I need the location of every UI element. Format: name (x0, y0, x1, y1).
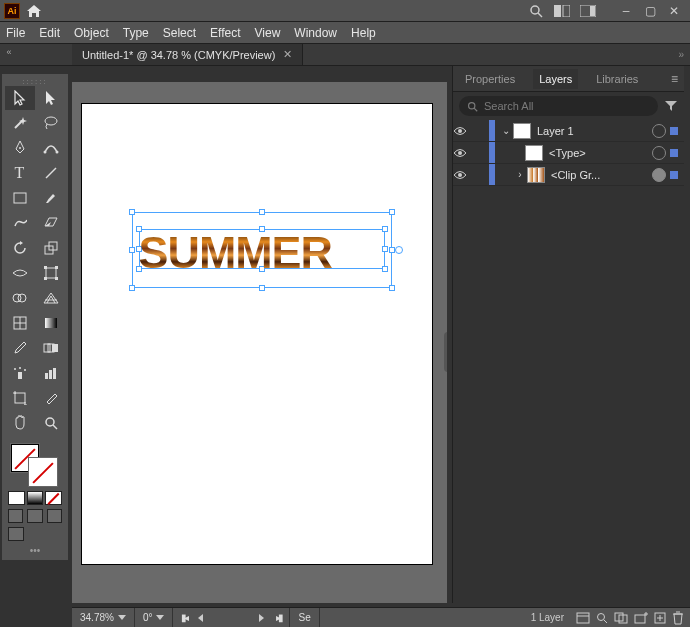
width-tool[interactable] (5, 261, 35, 285)
visibility-toggle[interactable] (453, 170, 475, 180)
close-document-icon[interactable]: ✕ (283, 48, 292, 61)
target-icon[interactable] (652, 168, 666, 182)
selection-bounding-box[interactable]: SUMMER (132, 212, 392, 288)
document-tab[interactable]: Untitled-1* @ 34.78 % (CMYK/Preview) ✕ (72, 44, 303, 65)
selection-tool[interactable] (5, 86, 35, 110)
artboard[interactable]: SUMMER (82, 104, 432, 564)
eraser-tool[interactable] (36, 211, 66, 235)
make-clipping-mask-icon[interactable] (614, 612, 628, 624)
toolbar-collapse-icon[interactable]: « (2, 47, 16, 57)
none-mode-button[interactable] (45, 491, 62, 505)
visibility-toggle[interactable] (453, 148, 475, 158)
layer-name[interactable]: Layer 1 (537, 125, 648, 137)
magic-wand-tool[interactable] (5, 111, 35, 135)
last-artboard-icon[interactable]: ▸▮ (276, 612, 281, 623)
direct-selection-tool[interactable] (36, 86, 66, 110)
zoom-level-control[interactable]: 34.78% (72, 608, 135, 627)
pen-tool[interactable] (5, 136, 35, 160)
target-icon[interactable] (652, 124, 666, 138)
eyedropper-tool[interactable] (5, 336, 35, 360)
tab-libraries[interactable]: Libraries (590, 69, 644, 89)
selection-indicator[interactable] (670, 171, 678, 179)
panel-menu-icon[interactable]: ≡ (671, 72, 678, 86)
disclosure-triangle[interactable]: › (513, 169, 527, 180)
layer-row[interactable]: ⌄ Layer 1 (453, 120, 684, 142)
resize-handle-bm[interactable] (259, 285, 265, 291)
curvature-tool[interactable] (36, 136, 66, 160)
next-artboard-icon[interactable] (259, 614, 268, 622)
rotate-view-control[interactable]: 0° (135, 608, 174, 627)
screen-mode-button[interactable] (8, 527, 24, 541)
artwork-text[interactable]: SUMMER (139, 231, 386, 275)
menu-window[interactable]: Window (294, 26, 337, 40)
minimize-button[interactable]: – (614, 2, 638, 20)
selection-indicator[interactable] (670, 127, 678, 135)
menu-type[interactable]: Type (123, 26, 149, 40)
slice-tool[interactable] (36, 386, 66, 410)
panel-collapse-arrows[interactable]: » (450, 44, 690, 65)
mesh-tool[interactable] (5, 311, 35, 335)
line-segment-tool[interactable] (36, 161, 66, 185)
tab-layers[interactable]: Layers (533, 69, 578, 89)
resize-handle-tl[interactable] (129, 209, 135, 215)
artboard-tool[interactable] (5, 386, 35, 410)
symbol-sprayer-tool[interactable] (5, 361, 35, 385)
hand-tool[interactable] (5, 411, 35, 435)
free-transform-tool[interactable] (36, 261, 66, 285)
fill-stroke-controls[interactable] (4, 441, 66, 489)
draw-inside-button[interactable] (47, 509, 62, 523)
gradient-mode-button[interactable] (27, 491, 44, 505)
color-mode-button[interactable] (8, 491, 25, 505)
menu-help[interactable]: Help (351, 26, 376, 40)
column-graph-tool[interactable] (36, 361, 66, 385)
menu-view[interactable]: View (255, 26, 281, 40)
tab-properties[interactable]: Properties (459, 69, 521, 89)
artboard-navigation[interactable]: ▮◂ ▸▮ (173, 608, 290, 627)
vertical-scrollbar-thumb[interactable] (444, 332, 447, 372)
new-sublayer-icon[interactable] (634, 612, 648, 624)
menu-object[interactable]: Object (74, 26, 109, 40)
menu-edit[interactable]: Edit (39, 26, 60, 40)
resize-handle-tr[interactable] (389, 209, 395, 215)
gradient-tool[interactable] (36, 311, 66, 335)
layer-row[interactable]: › <Clip Gr... (453, 164, 684, 186)
layer-paste-remembers-icon[interactable] (576, 612, 590, 624)
prev-artboard-icon[interactable] (194, 614, 203, 622)
new-layer-icon[interactable] (654, 612, 666, 624)
first-artboard-icon[interactable]: ▮◂ (181, 612, 186, 623)
blend-tool[interactable] (36, 336, 66, 360)
lasso-tool[interactable] (36, 111, 66, 135)
zoom-tool[interactable] (36, 411, 66, 435)
search-icon[interactable] (528, 3, 544, 19)
visibility-toggle[interactable] (453, 126, 475, 136)
maximize-button[interactable]: ▢ (638, 2, 662, 20)
perspective-grid-tool[interactable] (36, 286, 66, 310)
disclosure-triangle[interactable]: ⌄ (499, 125, 513, 136)
resize-handle-br[interactable] (389, 285, 395, 291)
menu-file[interactable]: File (6, 26, 25, 40)
filter-icon[interactable] (664, 100, 678, 112)
rectangle-tool[interactable] (5, 186, 35, 210)
layer-row[interactable]: <Type> (453, 142, 684, 164)
type-tool[interactable]: T (5, 161, 35, 185)
selection-indicator[interactable] (670, 149, 678, 157)
scale-tool[interactable] (36, 236, 66, 260)
canvas[interactable]: SUMMER (72, 82, 447, 603)
stroke-color-swatch[interactable] (28, 457, 58, 487)
menu-effect[interactable]: Effect (210, 26, 240, 40)
shaper-tool[interactable] (5, 211, 35, 235)
paintbrush-tool[interactable] (36, 186, 66, 210)
edit-toolbar-button[interactable]: ••• (4, 543, 66, 558)
layer-name[interactable]: <Clip Gr... (551, 169, 648, 181)
layer-name[interactable]: <Type> (549, 147, 648, 159)
arrange-documents-icon[interactable] (554, 3, 570, 19)
resize-handle-tm[interactable] (259, 209, 265, 215)
panel-grip[interactable]: :::::: (4, 76, 66, 86)
delete-layer-icon[interactable] (672, 611, 684, 625)
workspace-switcher-icon[interactable] (580, 3, 596, 19)
locate-object-icon[interactable] (596, 612, 608, 624)
shape-builder-tool[interactable] (5, 286, 35, 310)
layers-search-input[interactable]: Search All (459, 96, 658, 116)
close-button[interactable]: ✕ (662, 2, 686, 20)
resize-handle-ml[interactable] (129, 247, 135, 253)
